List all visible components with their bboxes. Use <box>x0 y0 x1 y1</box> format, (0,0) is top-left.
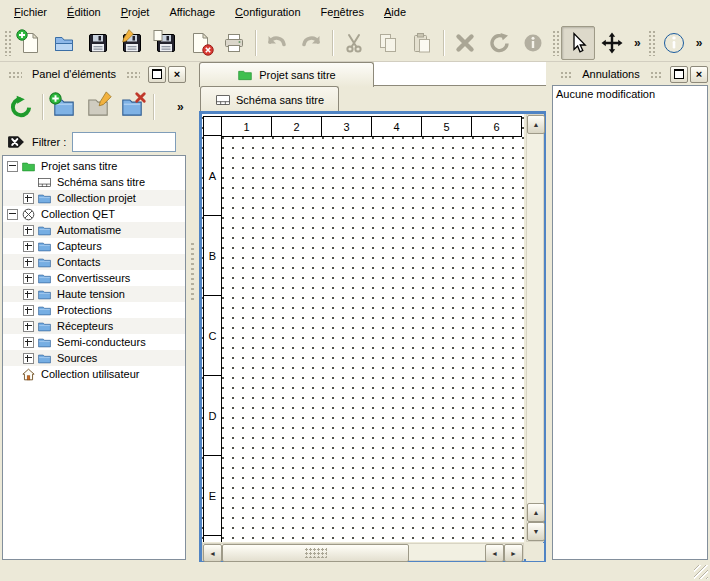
panel-grip[interactable] <box>650 71 662 78</box>
expand-expander-icon[interactable] <box>23 225 34 236</box>
tree-item-protections[interactable]: Protections <box>3 302 185 318</box>
diagram-canvas[interactable]: 1 2 3 4 5 6 A B C D E <box>202 114 524 542</box>
close-file-icon <box>188 31 212 55</box>
scroll-up-button[interactable]: ▲ <box>527 115 545 134</box>
collapse-expander-icon[interactable] <box>7 209 18 220</box>
close-panel-button[interactable]: × <box>690 66 708 83</box>
expand-expander-icon[interactable] <box>23 241 34 252</box>
save-as-button[interactable] <box>115 26 149 60</box>
expand-expander-icon[interactable] <box>23 193 34 204</box>
close-panel-button[interactable]: × <box>168 66 186 83</box>
paste-button[interactable] <box>405 26 439 60</box>
print-button[interactable] <box>217 26 251 60</box>
expand-expander-icon[interactable] <box>23 289 34 300</box>
tree-item-collection-qet[interactable]: Collection QET <box>3 206 185 222</box>
tab-schema-sans-titre[interactable]: Schéma sans titre <box>200 86 339 112</box>
tab-projet-sans-titre[interactable]: Projet sans titre <box>199 62 374 87</box>
menu-edition[interactable]: Édition <box>57 2 111 22</box>
expand-expander-icon[interactable] <box>23 305 34 316</box>
menu-fichier[interactable]: Fichier <box>4 2 57 22</box>
menu-projet[interactable]: Projet <box>111 2 160 22</box>
panel-grip[interactable] <box>8 71 22 78</box>
filter-input[interactable] <box>72 132 176 152</box>
scroll-left-button[interactable]: ◄ <box>485 544 504 562</box>
scroll-down-button[interactable]: ▼ <box>527 522 545 541</box>
menu-label: onfiguration <box>243 6 301 18</box>
close-file-button[interactable] <box>183 26 217 60</box>
scroll-right-button[interactable]: ► <box>504 544 523 562</box>
delete-element-button[interactable] <box>115 90 149 124</box>
cut-button[interactable] <box>337 26 371 60</box>
expand-expander-icon[interactable] <box>23 321 34 332</box>
save-button[interactable] <box>81 26 115 60</box>
tree-item-convertisseurs[interactable]: Convertisseurs <box>3 270 185 286</box>
expand-expander-icon[interactable] <box>23 273 34 284</box>
tree-item-semi-conducteurs[interactable]: Semi-conducteurs <box>3 334 185 350</box>
horizontal-scrollbar[interactable]: ◄ ◄ ► <box>202 543 524 561</box>
rotate-icon <box>487 31 511 55</box>
select-tool-button[interactable] <box>561 26 595 60</box>
float-panel-button[interactable] <box>148 66 166 83</box>
menu-affichage[interactable]: Affichage <box>159 2 225 22</box>
vertical-scrollbar[interactable]: ▲ ▲ ▼ <box>526 114 544 542</box>
panel-grip[interactable] <box>126 71 140 78</box>
about-qet-button[interactable] <box>657 26 691 60</box>
tree-item-collection-projet[interactable]: Collection projet <box>3 190 185 206</box>
copy-button[interactable] <box>371 26 405 60</box>
new-element-button[interactable] <box>47 90 81 124</box>
tree-item-contacts[interactable]: Contacts <box>3 254 185 270</box>
reload-collections-button[interactable] <box>4 90 38 124</box>
tree-item-schema-sans-titre[interactable]: Schéma sans titre <box>3 174 185 190</box>
scroll-left-button[interactable]: ◄ <box>203 544 222 562</box>
clear-filter-icon[interactable] <box>6 134 26 150</box>
toolbar-overflow-chevron[interactable]: » <box>629 36 646 50</box>
row-label: E <box>203 455 222 536</box>
expand-expander-icon[interactable] <box>23 337 34 348</box>
move-arrows-icon <box>600 31 624 55</box>
element-info-button[interactable] <box>516 26 550 60</box>
tree-item-label: Projet sans titre <box>39 160 117 172</box>
expand-expander-icon[interactable] <box>23 257 34 268</box>
row-label: A <box>203 135 222 216</box>
float-panel-button[interactable] <box>670 66 688 83</box>
toolbar-overflow-chevron[interactable]: » <box>691 36 708 50</box>
expand-expander-icon[interactable] <box>23 353 34 364</box>
save-as-icon <box>120 31 144 55</box>
toolbar-grip[interactable] <box>4 30 11 56</box>
save-all-button[interactable] <box>149 26 183 60</box>
rotate-button[interactable] <box>482 26 516 60</box>
menu-fenetres[interactable]: Fenêtres <box>311 2 374 22</box>
qelectrotech-window: Fichier Édition Projet Affichage Configu… <box>0 0 710 581</box>
schema-tab-bar: Schéma sans titre <box>199 86 546 111</box>
left-splitter[interactable] <box>186 62 199 560</box>
collapse-expander-icon[interactable] <box>7 161 18 172</box>
horizontal-scroll-thumb[interactable] <box>222 544 409 562</box>
toolbar-grip[interactable] <box>552 30 559 56</box>
menu-aide[interactable]: Aide <box>374 2 416 22</box>
float-window-icon <box>152 69 162 79</box>
tree-item-projet-sans-titre[interactable]: Projet sans titre <box>3 158 185 174</box>
vertical-scroll-track[interactable] <box>527 134 543 503</box>
horizontal-scroll-track[interactable] <box>409 544 485 560</box>
menu-configuration[interactable]: Configuration <box>225 2 310 22</box>
toolbar-grip[interactable] <box>648 30 655 56</box>
toolbar-separator <box>332 30 333 56</box>
tree-item-recepteurs[interactable]: Récepteurs <box>3 318 185 334</box>
tree-item-collection-utilisateur[interactable]: Collection utilisateur <box>3 366 185 382</box>
tree-item-haute-tension[interactable]: Haute tension <box>3 286 185 302</box>
edit-element-button[interactable] <box>81 90 115 124</box>
undo-list-item[interactable]: Aucune modification <box>553 86 707 102</box>
move-tool-button[interactable] <box>595 26 629 60</box>
undo-button[interactable] <box>260 26 294 60</box>
open-document-button[interactable] <box>47 26 81 60</box>
tree-item-automatisme[interactable]: Automatisme <box>3 222 185 238</box>
tree-item-capteurs[interactable]: Capteurs <box>3 238 185 254</box>
new-document-button[interactable] <box>13 26 47 60</box>
resize-grip-icon[interactable] <box>694 565 708 579</box>
panel-grip[interactable] <box>560 71 572 78</box>
delete-button[interactable] <box>448 26 482 60</box>
scroll-up-button[interactable]: ▲ <box>527 503 545 522</box>
tree-item-sources[interactable]: Sources <box>3 350 185 366</box>
redo-button[interactable] <box>294 26 328 60</box>
row-label: C <box>203 295 222 376</box>
